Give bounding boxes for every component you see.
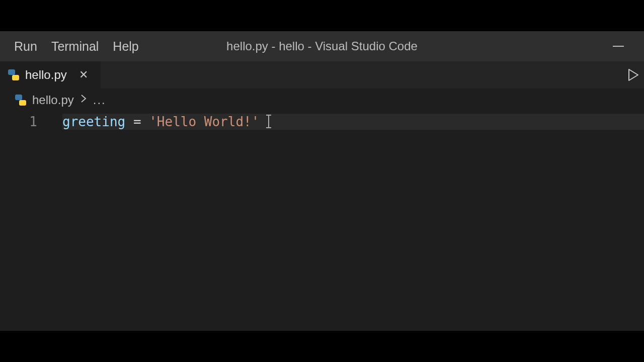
breadcrumb-filename: hello.py <box>32 93 74 107</box>
menu-bar: Run Terminal Help <box>0 39 139 54</box>
line-number: 1 <box>0 114 37 130</box>
letterbox-bottom <box>0 331 644 362</box>
breadcrumb[interactable]: hello.py ... <box>0 88 644 112</box>
token-variable: greeting <box>62 114 125 129</box>
titlebar: Run Terminal Help hello.py - hello - Vis… <box>0 31 644 61</box>
minimize-button[interactable] <box>613 46 624 47</box>
line-number-gutter: 1 <box>0 112 50 331</box>
chevron-right-icon <box>80 94 87 107</box>
tab-hello-py[interactable]: hello.py ✕ <box>0 61 101 88</box>
run-file-button[interactable] <box>628 68 639 81</box>
code-line-1[interactable]: greeting = 'Hello World!' <box>62 114 644 130</box>
token-string: 'Hello World!' <box>149 114 259 129</box>
python-icon <box>8 69 19 80</box>
letterbox-top <box>0 0 644 31</box>
vscode-window: Run Terminal Help hello.py - hello - Vis… <box>0 31 644 331</box>
code-editor[interactable]: 1 greeting = 'Hello World!' <box>0 112 644 331</box>
svg-marker-0 <box>629 69 638 80</box>
tab-close-button[interactable]: ✕ <box>79 68 88 81</box>
code-content[interactable]: greeting = 'Hello World!' <box>62 112 644 331</box>
window-controls <box>613 31 624 61</box>
tab-bar: hello.py ✕ <box>0 61 644 88</box>
token-operator: = <box>125 114 149 129</box>
menu-run[interactable]: Run <box>14 39 37 54</box>
menu-terminal[interactable]: Terminal <box>51 39 99 54</box>
python-icon <box>15 95 26 106</box>
tab-filename: hello.py <box>25 68 67 82</box>
menu-help[interactable]: Help <box>113 39 138 54</box>
text-cursor <box>268 115 269 128</box>
breadcrumb-ellipsis[interactable]: ... <box>93 93 106 107</box>
window-title: hello.py - hello - Visual Studio Code <box>226 39 418 53</box>
